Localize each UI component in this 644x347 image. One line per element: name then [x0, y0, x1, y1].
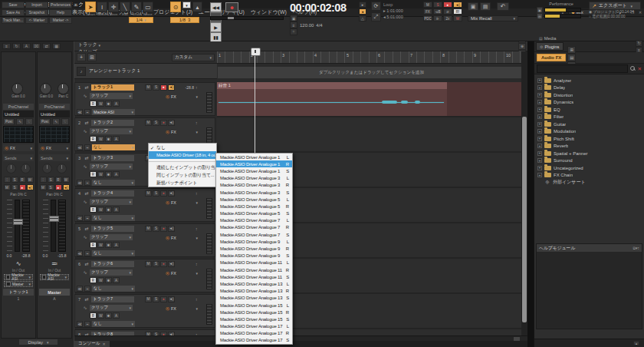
toolbar-button[interactable]: Marker -> — [49, 17, 72, 24]
input-port-item[interactable]: Mackie ASIO Driver Analogue 5 L — [216, 196, 292, 203]
automation-read-button[interactable]: R — [90, 101, 97, 107]
inspector-icon[interactable]: ≡ — [2, 43, 11, 49]
input-dropdown[interactable]: なし — [92, 180, 135, 186]
track-header[interactable]: 6 ⇄ トラック6 M S ● ◄) ↕ ∿ クリップ ⦿FX — [74, 259, 215, 292]
automation-read-button[interactable]: R — [90, 312, 97, 319]
track-volume-slider[interactable] — [206, 304, 212, 325]
input-port-item[interactable]: Mackie ASIO Driver Analogue 13 L — [216, 280, 292, 287]
input-dropdown[interactable]: なし — [92, 286, 135, 292]
solo-button[interactable]: S — [153, 120, 159, 126]
fx-power-icon[interactable]: ⦿ — [41, 146, 44, 150]
horizontal-scrollbar[interactable] — [74, 335, 527, 341]
search-input[interactable] — [537, 64, 628, 73]
fader-thumb[interactable] — [49, 216, 59, 222]
interleave-icon[interactable]: ≕ — [38, 259, 71, 268]
input-echo-button[interactable]: ◄) — [168, 120, 175, 126]
plugin-folder-row[interactable]: + Guitar — [537, 121, 644, 128]
preset-name[interactable]: Untitled — [39, 111, 70, 117]
take-lane-icon[interactable]: ⌁ — [84, 215, 90, 221]
gain-knob[interactable] — [40, 83, 51, 94]
input-echo-button[interactable]: ◄) — [168, 261, 175, 267]
trackview-tool-icon[interactable]: ⊕ — [518, 43, 526, 50]
mix-toggle-button[interactable]: ◄) — [453, 2, 462, 8]
input-port-item[interactable]: Mackie ASIO Driver Analogue 17 R — [216, 330, 292, 337]
post-button[interactable]: Post — [39, 118, 51, 125]
mini-toggle[interactable]: △ — [359, 15, 366, 21]
arm-record-button[interactable]: ● — [160, 296, 167, 302]
inspector-icon[interactable]: A — [22, 43, 31, 49]
pan-row[interactable]: Pan 0% C — [38, 190, 71, 199]
minimize-track-icon[interactable]: ≪ — [77, 144, 83, 150]
fx-power-icon[interactable]: ⦿ — [166, 130, 169, 134]
time-mode-icon[interactable]: ▣ — [290, 15, 297, 21]
display-button[interactable]: Display — [18, 339, 58, 345]
mute-button[interactable]: M — [145, 120, 152, 126]
loop-toggle-icon[interactable]: ⟳ — [371, 2, 381, 11]
plugin-folder-row[interactable]: + Pitch Shift — [537, 135, 644, 143]
input-port-item[interactable]: Mackie ASIO Driver Analogue 5 R — [216, 203, 292, 210]
browser-tab[interactable]: ▤Media — [536, 34, 564, 42]
clip-dropdown[interactable]: クリップ — [90, 164, 133, 170]
fx-power-icon[interactable]: ⦿ — [5, 146, 8, 150]
plugin-folder-row[interactable]: + Analyzer — [537, 77, 644, 84]
clip-dropdown[interactable]: クリップ — [90, 234, 133, 240]
fader-thumb[interactable] — [13, 219, 23, 225]
arm-record-button[interactable]: ● — [160, 226, 167, 232]
plugin-folder-row[interactable]: + Distortion — [537, 91, 644, 99]
input-port-item[interactable]: Mackie ASIO Driver Analogue 5 S — [216, 210, 292, 217]
mix-recall-selector[interactable]: Mix Recall — [468, 15, 518, 21]
archive-button[interactable]: A — [113, 136, 120, 142]
input-echo-button[interactable]: ◄) — [168, 226, 175, 232]
input-dropdown[interactable]: なし — [92, 250, 135, 256]
mute-button[interactable]: M — [145, 190, 152, 197]
r-button[interactable]: R — [19, 177, 26, 183]
clip-dropdown[interactable]: クリップ — [90, 128, 133, 134]
fader-track[interactable] — [51, 200, 56, 252]
archive-button[interactable]: A — [113, 277, 120, 283]
freeze-button[interactable]: ✱ — [105, 277, 112, 283]
tool-button[interactable]: ➤ Smart — [85, 2, 96, 16]
plugin-folder-row[interactable]: + Uncategorized — [537, 164, 644, 172]
loop-end-value[interactable]: ◂ 5:01:000 — [383, 14, 403, 20]
expand-icon[interactable]: + — [537, 151, 542, 156]
minimize-track-icon[interactable]: ≪ — [77, 250, 83, 256]
context-menu-item[interactable]: 同じインプットの割り当て... — [149, 171, 216, 179]
camera-icon[interactable]: ▣ — [468, 2, 478, 11]
input-port-item[interactable]: Mackie ASIO Driver Analogue 3 R — [216, 182, 292, 189]
scrollbar-thumb[interactable] — [522, 117, 527, 322]
automation-read-button[interactable]: R — [90, 136, 97, 142]
eq-display[interactable] — [39, 126, 70, 143]
mini-toggle[interactable]: ▸ — [359, 2, 366, 8]
archive-button[interactable]: A — [113, 207, 120, 213]
expand-icon[interactable]: + — [537, 137, 542, 141]
updown-icon[interactable]: ↕ — [196, 262, 198, 266]
help-module-header[interactable]: ヘルプモジュール ⧉▾↕ — [537, 244, 642, 252]
track-fx-bin[interactable]: ⦿FX — [166, 128, 198, 135]
favorite-icon[interactable]: ♡ — [61, 118, 69, 125]
input-port-item[interactable]: Mackie ASIO Driver Analogue 7 S — [216, 231, 292, 238]
knob-group[interactable]: Gain 0.0 — [40, 83, 53, 101]
take-lane-icon[interactable]: ⌁ — [84, 109, 90, 115]
plugin-folder-row[interactable]: + EQ — [537, 106, 644, 114]
tool-button[interactable]: ▭ Erase — [143, 2, 153, 16]
solo-button[interactable]: S — [48, 184, 54, 190]
mix-toggle-button[interactable]: S — [433, 2, 442, 8]
track-name[interactable]: トラック2 — [91, 120, 134, 126]
fader-track[interactable] — [15, 200, 20, 252]
audio-clip[interactable]: 録音 1 — [217, 82, 447, 116]
collapse-icon[interactable]: ▲ — [633, 341, 639, 345]
fx-bin[interactable]: ⦿FX — [3, 144, 34, 151]
inspector-icon[interactable]: ↻ — [12, 43, 21, 49]
input-dropdown[interactable]: Mackie ASI — [92, 109, 135, 115]
context-menu-item[interactable]: ✓ なし — [149, 144, 216, 151]
context-menu-item[interactable]: Mackie ASIO Driver (18 in, 4 out) ▸ — [149, 151, 216, 159]
clip-dropdown[interactable]: クリップ — [90, 269, 133, 276]
w-button[interactable]: W — [63, 177, 70, 183]
toolbar-button[interactable]: Preferences — [49, 2, 72, 8]
arm-record-button[interactable]: ● — [160, 84, 167, 91]
track-fx-bin[interactable]: ⦿FX — [166, 305, 198, 312]
minimize-track-icon[interactable]: ≪ — [77, 286, 83, 292]
track-header[interactable]: 8 ⇄ トラック8 M S ● ◄) ↕ ∿ クリップ ⦿FX — [74, 329, 215, 335]
archive-button[interactable]: A — [113, 171, 120, 177]
knob-group[interactable]: Gain 0.0 — [12, 83, 25, 101]
